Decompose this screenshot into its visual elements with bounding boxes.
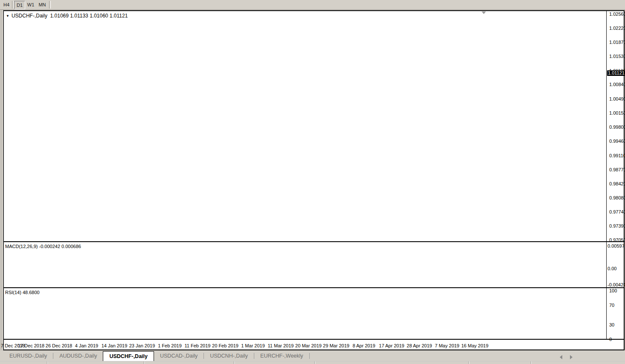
rsi-axis-label: 0 (609, 337, 612, 342)
price-axis-label: 0.99110 (609, 153, 625, 158)
time-axis-label: 1 Mar 2019 (241, 343, 265, 348)
macd-axis-label: -0.004243 (608, 282, 625, 287)
price-axis-label: 0.98770 (609, 167, 625, 172)
price-axis-label: 0.99800 (609, 124, 625, 130)
price-axis-label: 1.02220 (609, 26, 625, 31)
chart-symbol-label: USDCHF-,Daily (12, 13, 47, 19)
price-axis-label: 1.01870 (609, 40, 625, 45)
macd-label: MACD(12,26,9) -0.000242 0.000686 (5, 244, 81, 249)
status-bar (0, 361, 625, 364)
price-axis-label: 1.00490 (609, 96, 625, 101)
tab-eurusd[interactable]: EURUSD-,Daily (3, 351, 53, 361)
timeframe-toolbar: H4D1W1MN (0, 0, 625, 10)
timeframe-button-d1[interactable]: D1 (14, 1, 25, 9)
time-axis-label: 28 Apr 2019 (407, 343, 432, 348)
chart-ohlc-values: 1.01069 1.01133 1.01060 1.01121 (50, 13, 128, 19)
time-axis-label: 23 Jan 2019 (129, 343, 155, 348)
rsi-axis-label: 100 (609, 288, 617, 293)
rsi-label: RSI(14) 48.6800 (5, 290, 40, 295)
macd-axis-label: 0.00 (608, 266, 616, 271)
status-separator (47, 361, 48, 364)
status-separator (468, 361, 469, 364)
time-axis-label: 7 May 2019 (435, 343, 459, 348)
toolbar-separator (12, 1, 14, 9)
scroll-to-end-marker-icon[interactable] (482, 12, 486, 14)
status-separator (531, 361, 532, 364)
metatrader-screen: H4D1W1MN ▼USDCHF-,Daily 1.01069 1.01133 … (0, 0, 625, 364)
time-axis-label: 20 Feb 2019 (212, 343, 238, 348)
tab-eurchf[interactable]: EURCHF-,Weekly (254, 351, 309, 361)
time-axis-label: 17 Dec 2018 (18, 343, 44, 348)
chart-dropdown-icon[interactable]: ▼ (6, 14, 9, 18)
price-axis-divider (606, 11, 607, 339)
status-separator (144, 361, 145, 364)
time-axis-border (3, 339, 624, 340)
tab-scroll-right-icon[interactable] (570, 355, 573, 359)
price-axis-label: 0.97740 (609, 209, 625, 214)
time-axis-label: 8 Apr 2019 (352, 343, 375, 348)
tab-usdchf[interactable]: USDCHF-,Daily (103, 351, 154, 361)
time-axis-label: 11 Feb 2019 (185, 343, 211, 348)
time-axis-label: 16 May 2019 (461, 343, 488, 348)
time-axis-label: 14 Jan 2019 (102, 343, 128, 348)
time-axis-label: 11 Mar 2019 (268, 343, 294, 348)
status-separator (234, 361, 235, 364)
rsi-pane-border (3, 287, 624, 288)
rsi-axis-label: 70 (609, 303, 614, 308)
time-axis-label: 1 Feb 2019 (158, 343, 182, 348)
price-axis-label: 1.00840 (609, 82, 625, 87)
tab-usdcnh[interactable]: USDCNH-,Daily (204, 351, 254, 361)
toolbar-separator (49, 1, 51, 9)
timeframe-button-mn[interactable]: MN (37, 1, 47, 9)
tab-scroll-left-icon[interactable] (560, 355, 562, 359)
price-axis-label: 1.00150 (609, 110, 625, 116)
dock-frame-groove (1, 10, 1, 350)
price-axis-label: 1.01530 (609, 54, 625, 59)
current-price-tag: 1.01121 (607, 70, 625, 76)
tab-divider (309, 353, 310, 359)
tab-audusd[interactable]: AUDUSD-,Daily (53, 351, 103, 361)
price-axis-label: 0.97390 (609, 223, 625, 228)
rsi-axis-label: 30 (609, 322, 614, 327)
macd-axis-label: 0.00597 (608, 243, 625, 248)
time-axis-label: 29 Mar 2019 (323, 343, 349, 348)
timeframe-button-h4[interactable]: H4 (1, 1, 12, 9)
tab-usdcad[interactable]: USDCAD-,Daily (154, 351, 203, 361)
time-axis-label: 4 Jan 2019 (75, 343, 98, 348)
price-axis-label: 0.98080 (609, 195, 625, 200)
macd-pane-border (3, 241, 624, 242)
status-separator (314, 361, 315, 364)
chart-title: ▼USDCHF-,Daily 1.01069 1.01133 1.01060 1… (6, 13, 128, 19)
price-axis-label: 0.97050 (609, 237, 625, 243)
price-axis-label: 0.98420 (609, 181, 625, 186)
time-axis-label: 17 Apr 2019 (379, 343, 404, 348)
symbol-tab-bar: EURUSD-,DailyAUDUSD-,DailyUSDCHF-,DailyU… (0, 351, 625, 361)
time-axis-label: 26 Dec 2018 (46, 343, 72, 348)
price-axis-label: 1.02560 (609, 12, 625, 17)
price-axis-label: 0.99460 (609, 139, 625, 144)
timeframe-button-w1[interactable]: W1 (26, 1, 36, 9)
chart-window (3, 10, 625, 350)
time-axis-label: 20 Mar 2019 (295, 343, 322, 348)
